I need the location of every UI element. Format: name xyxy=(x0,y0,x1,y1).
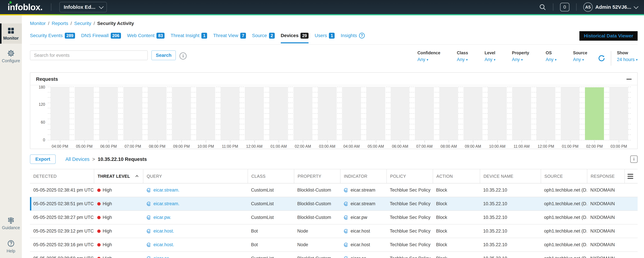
notification-count-badge[interactable]: 0 xyxy=(560,3,570,12)
chart-hour-band[interactable] xyxy=(120,87,145,140)
chart-hour-band[interactable] xyxy=(72,87,96,140)
table-row[interactable]: 05-05-2025 02:38:41 pm UTCHigheicar.stre… xyxy=(30,183,638,197)
chart-hour-band[interactable] xyxy=(388,87,412,140)
column-header-class[interactable]: CLASS xyxy=(248,169,294,183)
chart-hour-band[interactable] xyxy=(242,87,266,140)
tab-web-content[interactable]: Web Content83 xyxy=(127,33,164,39)
chart-hour-band[interactable] xyxy=(339,87,364,140)
column-header-action[interactable]: ACTION xyxy=(433,169,480,183)
show-value-dropdown[interactable]: 24 hours ▾ xyxy=(617,57,638,62)
cell-action: Block xyxy=(433,224,480,238)
all-devices-link[interactable]: All Devices xyxy=(66,157,90,162)
cell-query[interactable]: eicar.co. xyxy=(143,252,248,258)
tab-users[interactable]: Users1 xyxy=(314,33,334,39)
logo-text: infoblox. xyxy=(8,2,42,12)
chart-hour-band[interactable] xyxy=(412,87,436,140)
chart-hour-band[interactable] xyxy=(534,87,558,140)
chart-hour-band[interactable] xyxy=(96,87,120,140)
cell-device-name: 10.35.22.10 xyxy=(480,211,541,224)
table-row[interactable]: 05-05-2025 02:39:16 pm UTCHigheicar.host… xyxy=(30,238,638,252)
chart-hour-band[interactable] xyxy=(291,87,315,140)
cell-query[interactable]: eicar.stream. xyxy=(143,197,248,210)
column-header-property[interactable]: PROPERTY xyxy=(294,169,340,183)
column-header-policy[interactable]: POLICY xyxy=(386,169,433,183)
breadcrumb-item[interactable]: Security xyxy=(74,21,91,26)
column-settings-button[interactable] xyxy=(624,169,638,183)
query-link[interactable]: eicar.stream. xyxy=(154,201,180,206)
tab-threat-insight[interactable]: Threat Insight1 xyxy=(170,33,207,39)
sidebar-item-help[interactable]: Help xyxy=(0,236,22,256)
query-link[interactable]: eicar.co. xyxy=(154,256,170,258)
x-axis-tick-label: 01:00 PM xyxy=(558,142,582,149)
chart-hour-band[interactable] xyxy=(485,87,510,140)
threat-level-text: High xyxy=(102,201,112,206)
tab-devices[interactable]: Devices29 xyxy=(281,33,309,39)
chart-hour-band[interactable] xyxy=(607,87,631,140)
column-header-source[interactable]: SOURCE xyxy=(541,169,587,183)
refresh-icon[interactable] xyxy=(598,54,605,62)
breadcrumb-item[interactable]: Reports xyxy=(52,21,68,26)
query-link[interactable]: eicar.host. xyxy=(154,242,174,247)
tabs-row: Security Events289DNS Firewall206Web Con… xyxy=(30,31,638,45)
export-button[interactable]: Export xyxy=(30,155,56,164)
historical-data-viewer-button[interactable]: Historical Data Viewer xyxy=(580,31,638,41)
chart-hour-band[interactable] xyxy=(461,87,485,140)
filter-value-dropdown[interactable]: Any▾ xyxy=(418,57,440,62)
column-header-detected[interactable]: DETECTED xyxy=(30,169,94,183)
x-axis-tick-label: 02:00 AM xyxy=(291,142,315,149)
empty-band xyxy=(269,87,288,140)
filter-value-dropdown[interactable]: Any▾ xyxy=(512,57,529,62)
table-row[interactable]: 05-05-2025 02:38:51 pm UTCHigheicar.stre… xyxy=(30,197,638,211)
tab-security-events[interactable]: Security Events289 xyxy=(30,33,75,39)
column-header-response[interactable]: RESPONSE xyxy=(587,169,624,183)
tab-insights[interactable]: Insights? xyxy=(341,33,365,39)
tab-dns-firewall[interactable]: DNS Firewall206 xyxy=(81,33,121,39)
chart-hour-band[interactable] xyxy=(266,87,291,140)
chart-hour-band[interactable] xyxy=(510,87,534,140)
query-link[interactable]: eicar.stream. xyxy=(154,188,180,193)
tab-source[interactable]: Source2 xyxy=(252,33,275,39)
column-header-query[interactable]: QUERY xyxy=(143,169,248,183)
chart-hour-band[interactable] xyxy=(169,87,194,140)
filter-value-dropdown[interactable]: Any▾ xyxy=(484,57,496,62)
filter-value-dropdown[interactable]: Any▾ xyxy=(573,57,587,62)
breadcrumb-item[interactable]: Monitor xyxy=(30,21,46,26)
query-link[interactable]: eicar.host. xyxy=(154,228,174,234)
table-row[interactable]: 05-05-2025 02:38:27 pm UTCHigheicar.pw.C… xyxy=(30,211,638,224)
search-input[interactable] xyxy=(30,50,148,60)
chart-hour-band[interactable] xyxy=(48,87,72,140)
filter-value-dropdown[interactable]: Any▾ xyxy=(457,57,468,62)
chart-hour-band[interactable] xyxy=(145,87,169,140)
chart-hour-band[interactable] xyxy=(218,87,242,140)
cell-query[interactable]: eicar.host. xyxy=(143,224,248,238)
query-link[interactable]: eicar.pw. xyxy=(154,215,171,220)
column-header-indicator[interactable]: INDICATOR xyxy=(340,169,386,183)
cell-query[interactable]: eicar.stream. xyxy=(143,183,248,197)
threat-level-text: High xyxy=(102,256,112,258)
user-menu[interactable]: A5 Admin 52VJ6... xyxy=(583,2,637,12)
table-row[interactable]: 05-05-2025 02:39:12 pm UTCHigheicar.host… xyxy=(30,224,638,238)
chart-hour-band[interactable] xyxy=(436,87,461,140)
sidebar-item-configure[interactable]: Configure xyxy=(0,46,22,66)
column-header-device-name[interactable]: DEVICE NAME xyxy=(480,169,541,183)
chart-hour-band[interactable] xyxy=(582,87,606,140)
chart-hour-band[interactable] xyxy=(558,87,582,140)
tab-threat-view[interactable]: Threat View7 xyxy=(213,33,246,39)
sidebar-item-guidance[interactable]: Guidance xyxy=(0,213,22,233)
column-header-threat-level[interactable]: THREAT LEVEL xyxy=(94,169,143,183)
sort-ascending-icon[interactable] xyxy=(134,174,140,179)
search-icon[interactable] xyxy=(539,3,546,11)
search-button[interactable]: Search xyxy=(152,50,176,60)
info-icon[interactable]: i xyxy=(180,52,186,60)
filter-value-dropdown[interactable]: Any▾ xyxy=(546,57,557,62)
table-row[interactable]: 05-05-2025 02:38:59 pm UTCHigheicar.co.C… xyxy=(30,252,638,258)
chart-hour-band[interactable] xyxy=(194,87,218,140)
app-switcher-dropdown[interactable]: Infoblox Ed... xyxy=(60,2,107,12)
table-details-panel-icon[interactable]: i xyxy=(630,156,638,163)
chart-hour-band[interactable] xyxy=(364,87,388,140)
sidebar-item-monitor[interactable]: Monitor xyxy=(0,24,22,44)
cell-query[interactable]: eicar.pw. xyxy=(143,211,248,224)
collapse-panel-icon[interactable] xyxy=(626,79,632,80)
chart-hour-band[interactable] xyxy=(315,87,339,140)
cell-query[interactable]: eicar.host. xyxy=(143,238,248,251)
